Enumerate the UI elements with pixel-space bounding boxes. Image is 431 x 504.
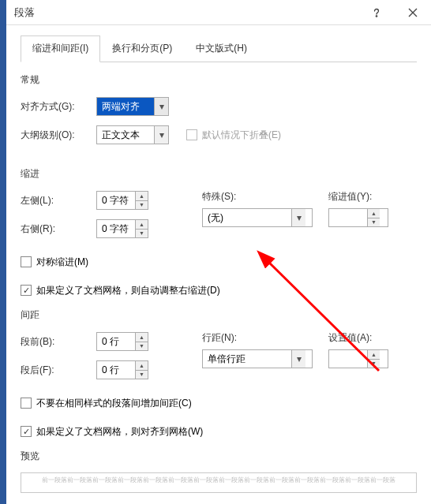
- chevron-down-icon: ▼: [368, 360, 380, 368]
- setvalue-spinner[interactable]: ▲▼: [328, 349, 388, 368]
- left-indent-label: 左侧(L):: [21, 194, 96, 207]
- chevron-down-icon: ▾: [154, 98, 168, 115]
- checkbox-icon: ✓: [21, 426, 32, 437]
- alignment-label: 对齐方式(G):: [21, 100, 96, 114]
- checkbox-icon: [186, 129, 197, 140]
- after-spinner[interactable]: 0 行 ▲▼: [96, 360, 148, 379]
- chevron-up-icon: ▲: [368, 209, 380, 218]
- help-button[interactable]: [358, 0, 395, 25]
- chevron-up-icon: ▲: [136, 192, 148, 201]
- section-indent: 缩进: [21, 167, 417, 181]
- linespacing-value: 单倍行距: [203, 350, 291, 368]
- chevron-down-icon: ▾: [154, 126, 168, 144]
- preview-text: 前一段落前一段落前一段落前一段落前一段落前一段落前一段落前一段落前一段落前一段落…: [42, 476, 395, 483]
- right-indent-value: 0 字符: [97, 220, 135, 237]
- nosame-checkbox[interactable]: 不要在相同样式的段落间增加间距(C): [21, 397, 192, 410]
- chevron-down-icon: ▾: [291, 350, 305, 368]
- alignment-combo[interactable]: 两端对齐 ▾: [96, 97, 169, 116]
- chevron-down-icon: ▼: [136, 342, 148, 351]
- left-indent-spinner[interactable]: 0 字符 ▲▼: [96, 191, 148, 210]
- spinner-buttons[interactable]: ▲▼: [367, 209, 380, 226]
- indent-value-value: [329, 209, 367, 226]
- special-combo[interactable]: (无) ▾: [202, 208, 313, 227]
- special-label: 特殊(S):: [202, 190, 328, 203]
- tab-label: 中文版式(H): [196, 43, 247, 54]
- checkbox-label: 不要在相同样式的段落间增加间距(C): [36, 397, 192, 410]
- outline-combo[interactable]: 正文文本 ▾: [96, 125, 169, 144]
- tab-line-page[interactable]: 换行和分页(P): [100, 35, 184, 62]
- app-stripe: [0, 0, 6, 504]
- alignment-value: 两端对齐: [97, 98, 154, 115]
- grid-spacing-checkbox[interactable]: ✓ 如果定义了文档网格，则对齐到网格(W): [21, 425, 203, 439]
- before-spinner[interactable]: 0 行 ▲▼: [96, 332, 148, 351]
- tab-asian[interactable]: 中文版式(H): [184, 35, 259, 62]
- chevron-up-icon: ▲: [136, 361, 148, 371]
- checkbox-label: 默认情况下折叠(E): [202, 129, 281, 142]
- chevron-up-icon: ▲: [136, 333, 148, 342]
- chevron-down-icon: ▼: [136, 371, 148, 379]
- checkbox-label: 如果定义了文档网格，则自动调整右缩进(D): [36, 284, 220, 297]
- tab-label: 换行和分页(P): [112, 43, 172, 54]
- left-indent-value: 0 字符: [97, 192, 135, 209]
- checkbox-label: 如果定义了文档网格，则对齐到网格(W): [36, 425, 203, 439]
- close-button[interactable]: [395, 0, 431, 25]
- dialog-title: 段落: [0, 6, 358, 20]
- linespacing-label: 行距(N):: [202, 331, 328, 345]
- chevron-down-icon: ▼: [136, 230, 148, 238]
- checkbox-icon: [21, 398, 32, 409]
- checkbox-label: 对称缩进(M): [36, 256, 88, 269]
- section-general: 常规: [21, 73, 417, 87]
- tab-strip: 缩进和间距(I) 换行和分页(P) 中文版式(H): [21, 35, 417, 62]
- svg-point-0: [376, 15, 377, 17]
- chevron-up-icon: ▲: [368, 350, 380, 360]
- setvalue-label: 设置值(A):: [328, 331, 417, 345]
- checkbox-icon: [21, 256, 32, 267]
- setvalue-value: [329, 350, 367, 368]
- tab-indent-spacing[interactable]: 缩进和间距(I): [21, 35, 100, 62]
- checkbox-icon: ✓: [21, 285, 32, 296]
- tab-label: 缩进和间距(I): [32, 43, 88, 54]
- before-label: 段前(B):: [21, 335, 96, 349]
- before-value: 0 行: [97, 333, 135, 350]
- spinner-buttons[interactable]: ▲▼: [135, 361, 148, 379]
- outline-value: 正文文本: [97, 126, 154, 144]
- mirror-indent-checkbox[interactable]: 对称缩进(M): [21, 256, 88, 269]
- after-value: 0 行: [97, 361, 135, 379]
- titlebar: 段落: [0, 0, 431, 25]
- indent-value-label: 缩进值(Y):: [328, 190, 417, 203]
- dialog-body: 缩进和间距(I) 换行和分页(P) 中文版式(H) 常规 对齐方式(G): 两端…: [0, 25, 431, 493]
- spinner-buttons[interactable]: ▲▼: [135, 333, 148, 350]
- chevron-down-icon: ▼: [136, 201, 148, 210]
- section-preview: 预览: [21, 450, 417, 463]
- chevron-down-icon: ▼: [368, 218, 380, 227]
- special-value: (无): [203, 209, 291, 226]
- indent-value-spinner[interactable]: ▲▼: [328, 208, 388, 227]
- right-indent-spinner[interactable]: 0 字符 ▲▼: [96, 219, 148, 238]
- collapsed-checkbox: 默认情况下折叠(E): [186, 129, 281, 142]
- outline-label: 大纲级别(O):: [21, 129, 96, 142]
- spinner-buttons[interactable]: ▲▼: [135, 220, 148, 237]
- grid-indent-checkbox[interactable]: ✓ 如果定义了文档网格，则自动调整右缩进(D): [21, 284, 220, 297]
- spinner-buttons[interactable]: ▲▼: [135, 192, 148, 209]
- right-indent-label: 右侧(R):: [21, 222, 96, 236]
- chevron-down-icon: ▾: [291, 209, 305, 226]
- linespacing-combo[interactable]: 单倍行距 ▾: [202, 349, 313, 368]
- chevron-up-icon: ▲: [136, 220, 148, 230]
- after-label: 段后(F):: [21, 364, 96, 377]
- preview-box: 前一段落前一段落前一段落前一段落前一段落前一段落前一段落前一段落前一段落前一段落…: [21, 472, 417, 493]
- section-spacing: 间距: [21, 308, 417, 322]
- spinner-buttons[interactable]: ▲▼: [367, 350, 380, 368]
